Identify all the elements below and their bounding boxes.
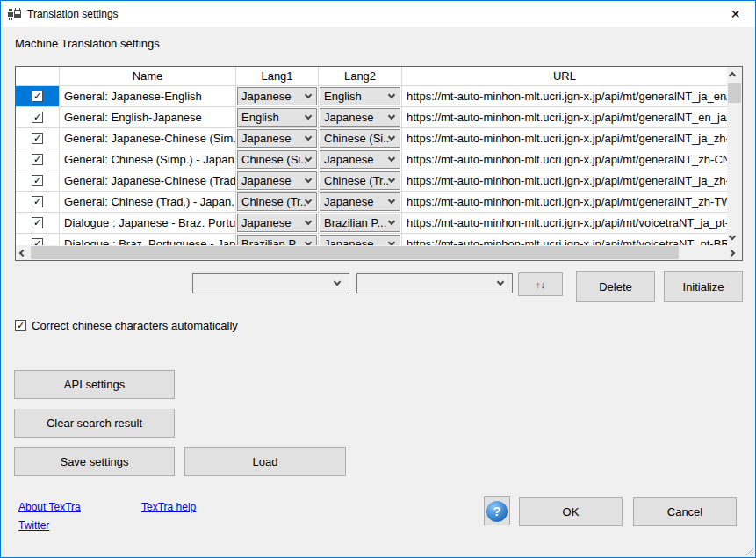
row-url-cell[interactable]: https://mt-auto-minhon-mlt.ucri.jgn-x.jp… xyxy=(402,86,727,107)
close-icon[interactable]: ✕ xyxy=(716,1,755,26)
table-row[interactable]: ✓ General: Japanese-Chinese (Trad.) Japa… xyxy=(16,170,727,192)
lang1-combobox[interactable]: Chinese (Tr... xyxy=(237,192,317,211)
table-row[interactable]: ✓ Dialogue : Japanese - Braz. Portu... J… xyxy=(16,213,727,234)
api-settings-button[interactable]: API settings xyxy=(14,370,175,399)
correct-chinese-option[interactable]: ✓ Correct chinese characters automatical… xyxy=(15,319,238,332)
row-checkbox-cell[interactable]: ✓ xyxy=(16,170,60,192)
cancel-button[interactable]: Cancel xyxy=(633,497,737,526)
clear-search-result-button[interactable]: Clear search result xyxy=(14,409,175,438)
help-button[interactable]: ? xyxy=(484,496,510,525)
header-lang1[interactable]: Lang1 xyxy=(236,67,319,86)
vertical-scroll-thumb[interactable] xyxy=(728,83,741,103)
row-checkbox[interactable]: ✓ xyxy=(32,112,43,123)
scroll-down-icon[interactable] xyxy=(727,230,742,245)
move-updown-button[interactable]: ↑↓ xyxy=(518,272,563,296)
textra-help-link[interactable]: TexTra help xyxy=(141,501,196,513)
row-lang1-cell[interactable]: English xyxy=(236,107,319,128)
row-name-cell[interactable]: General: Japanese-Chinese (Sim... xyxy=(60,128,236,149)
table-vertical-scrollbar[interactable] xyxy=(727,67,742,245)
row-name-cell[interactable]: General: English-Japanese xyxy=(60,107,236,128)
title-bar[interactable]: Translation settings ✕ xyxy=(1,1,755,27)
row-checkbox-cell[interactable]: ✓ xyxy=(16,192,60,213)
table-horizontal-scrollbar[interactable] xyxy=(16,245,742,260)
row-lang1-cell[interactable]: Chinese (Tr... xyxy=(236,192,319,213)
lang1-combobox[interactable]: Japanese xyxy=(237,214,317,232)
header-lang2[interactable]: Lang2 xyxy=(319,67,402,86)
row-lang2-cell[interactable]: Japanese xyxy=(319,149,402,170)
row-name-cell[interactable]: Dialogue : Braz. Portuguese - Jap... xyxy=(60,234,236,245)
delete-button[interactable]: Delete xyxy=(576,271,655,302)
row-checkbox[interactable]: ✓ xyxy=(32,238,43,245)
table-row[interactable]: ✓ General: English-Japanese English Japa… xyxy=(16,107,727,128)
lang2-combobox[interactable]: English xyxy=(320,87,400,105)
header-checkbox-column[interactable] xyxy=(16,67,60,86)
lang1-combobox[interactable]: Chinese (Si... xyxy=(237,150,317,169)
table-row[interactable]: ✓ General: Chinese (Trad.) - Japan... Ch… xyxy=(16,192,727,213)
load-button[interactable]: Load xyxy=(184,447,346,476)
resize-grip[interactable] xyxy=(745,547,753,555)
twitter-link[interactable]: Twitter xyxy=(18,519,49,532)
row-checkbox-cell[interactable]: ✓ xyxy=(16,234,60,245)
name-select-combobox[interactable] xyxy=(192,273,349,293)
row-url-cell[interactable]: https://mt-auto-minhon-mlt.ucri.jgn-x.jp… xyxy=(402,149,727,170)
row-checkbox-cell[interactable]: ✓ xyxy=(16,213,60,234)
row-lang2-cell[interactable]: Chinese (Si... xyxy=(319,128,402,149)
scroll-up-icon[interactable] xyxy=(727,67,742,82)
lang2-combobox[interactable]: Japanese xyxy=(320,192,400,211)
ok-button[interactable]: OK xyxy=(519,497,623,526)
table-row[interactable]: ✓ General: Chinese (Simp.) - Japan... Ch… xyxy=(16,149,727,170)
lang2-combobox[interactable]: Chinese (Si... xyxy=(320,129,400,148)
row-lang1-cell[interactable]: Japanese xyxy=(236,86,319,107)
about-textra-link[interactable]: About TexTra xyxy=(18,501,81,513)
lang1-combobox[interactable]: Japanese xyxy=(237,171,317,190)
row-name-cell[interactable]: General: Chinese (Simp.) - Japan... xyxy=(60,149,236,170)
row-checkbox[interactable]: ✓ xyxy=(32,91,43,102)
scroll-left-icon[interactable] xyxy=(16,245,31,260)
row-checkbox-cell[interactable]: ✓ xyxy=(16,86,60,107)
row-checkbox-cell[interactable]: ✓ xyxy=(16,107,60,128)
horizontal-scroll-thumb[interactable] xyxy=(31,246,679,259)
lang2-combobox[interactable]: Chinese (Tr... xyxy=(320,171,400,190)
row-checkbox[interactable]: ✓ xyxy=(32,196,43,207)
row-checkbox[interactable]: ✓ xyxy=(32,175,43,186)
row-lang1-cell[interactable]: Japanese xyxy=(236,213,319,234)
initialize-button[interactable]: Initialize xyxy=(664,271,743,302)
row-name-cell[interactable]: General: Japanese-English xyxy=(60,86,236,107)
row-lang2-cell[interactable]: Chinese (Tr... xyxy=(319,170,402,192)
table-row[interactable]: ✓ General: Japanese-English Japanese Eng… xyxy=(16,86,727,107)
row-name-cell[interactable]: General: Japanese-Chinese (Trad.) xyxy=(60,170,236,192)
lang2-combobox[interactable]: Japanese xyxy=(320,235,400,245)
row-url-cell[interactable]: https://mt-auto-minhon-mlt.ucri.jgn-x.jp… xyxy=(402,213,727,234)
row-name-cell[interactable]: General: Chinese (Trad.) - Japan... xyxy=(60,192,236,213)
lang1-combobox[interactable]: Brazilian P... xyxy=(237,235,317,245)
row-checkbox[interactable]: ✓ xyxy=(32,133,43,144)
row-lang2-cell[interactable]: Japanese xyxy=(319,107,402,128)
row-url-cell[interactable]: https://mt-auto-minhon-mlt.ucri.jgn-x.jp… xyxy=(402,128,727,149)
correct-chinese-checkbox[interactable]: ✓ xyxy=(15,320,26,331)
row-checkbox-cell[interactable]: ✓ xyxy=(16,128,60,149)
row-lang2-cell[interactable]: Brazilian P... xyxy=(319,213,402,234)
header-name[interactable]: Name xyxy=(60,67,236,86)
lang2-combobox[interactable]: Japanese xyxy=(320,150,400,169)
lang1-combobox[interactable]: Japanese xyxy=(237,87,317,105)
table-row[interactable]: ✓ Dialogue : Braz. Portuguese - Jap... B… xyxy=(16,234,727,245)
row-lang2-cell[interactable]: Japanese xyxy=(319,192,402,213)
row-url-cell[interactable]: https://mt-auto-minhon-mlt.ucri.jgn-x.jp… xyxy=(402,170,727,192)
row-checkbox-cell[interactable]: ✓ xyxy=(16,149,60,170)
row-checkbox[interactable]: ✓ xyxy=(32,217,43,228)
row-lang2-cell[interactable]: English xyxy=(319,86,402,107)
lang2-combobox[interactable]: Brazilian P... xyxy=(320,214,400,232)
scroll-right-icon[interactable] xyxy=(727,245,742,260)
lang2-combobox[interactable]: Japanese xyxy=(320,108,400,127)
lang1-combobox[interactable]: English xyxy=(237,108,317,127)
row-name-cell[interactable]: Dialogue : Japanese - Braz. Portu... xyxy=(60,213,236,234)
row-checkbox[interactable]: ✓ xyxy=(32,154,43,165)
header-url[interactable]: URL xyxy=(402,67,727,86)
row-lang1-cell[interactable]: Japanese xyxy=(236,128,319,149)
lang1-combobox[interactable]: Japanese xyxy=(237,129,317,148)
row-lang2-cell[interactable]: Japanese xyxy=(319,234,402,245)
row-lang1-cell[interactable]: Chinese (Si... xyxy=(236,149,319,170)
row-lang1-cell[interactable]: Japanese xyxy=(236,170,319,192)
save-settings-button[interactable]: Save settings xyxy=(14,447,175,476)
row-url-cell[interactable]: https://mt-auto-minhon-mlt.ucri.jgn-x.jp… xyxy=(402,192,727,213)
